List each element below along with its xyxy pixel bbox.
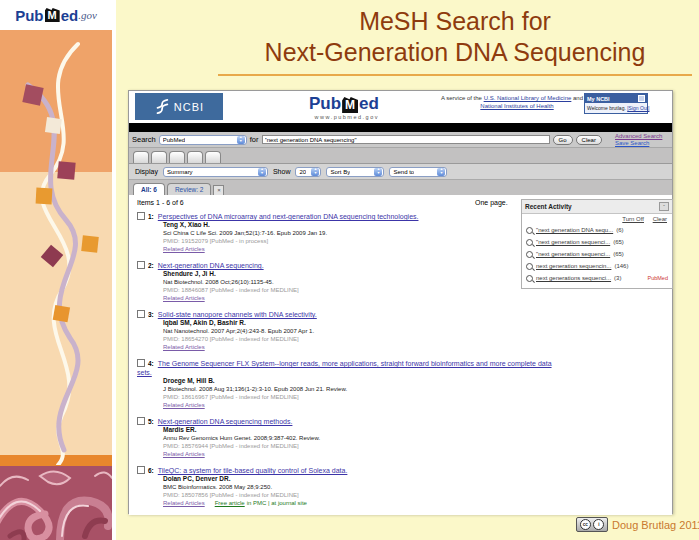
display-format-dropdown[interactable]: Summary ▲▼: [163, 167, 268, 177]
result-checkbox[interactable]: [137, 212, 145, 220]
sort-by-dropdown[interactable]: Sort By ▲▼: [326, 167, 384, 177]
dropdown-arrows-icon: ▲▼: [374, 168, 382, 176]
result-number: 1:: [148, 213, 154, 220]
collapse-icon[interactable]: -: [659, 202, 669, 211]
my-ncbi-icon[interactable]: [638, 95, 645, 102]
feature-tab[interactable]: [133, 151, 149, 163]
result-item: 3:Solid-state nanopore channels with DNA…: [137, 310, 664, 351]
recent-query-count: (65): [613, 239, 624, 245]
search-input[interactable]: [262, 135, 550, 144]
database-scope-dropdown[interactable]: PubMed ▲▼: [159, 135, 247, 145]
result-pmid: PMID: 18576944 [PubMed - indexed for MED…: [137, 442, 664, 450]
sign-out-link[interactable]: [Sign Out]: [627, 105, 649, 111]
result-number: 2:: [148, 262, 154, 269]
feature-tab[interactable]: [205, 151, 221, 163]
related-articles-link[interactable]: Related Articles: [163, 499, 205, 507]
page-count: One page.: [475, 199, 508, 206]
search-icon: [526, 275, 533, 282]
nlm-link[interactable]: U.S. National Library of Medicine: [484, 95, 572, 101]
my-ncbi-title: My NCBI: [587, 96, 610, 102]
service-note: A service of the U.S. National Library o…: [437, 95, 597, 110]
result-citation: BMC Bioinformatics. 2008 May 28;9:250.: [137, 483, 664, 491]
result-authors: Droege M, Hill B.: [137, 377, 664, 385]
dropdown-arrows-icon: ▲▼: [311, 168, 319, 176]
result-pmid: PMID: 18507856 [PubMed - indexed for MED…: [137, 491, 664, 499]
result-checkbox[interactable]: [137, 466, 145, 474]
decorative-sidebar: [0, 30, 112, 540]
recent-activity-item: "next generation sequenci... (65): [526, 248, 668, 260]
clear-button[interactable]: Clear: [576, 135, 602, 145]
recent-activity-item: next generation sequencin... (146): [526, 260, 668, 272]
result-item: 5:Next-generation DNA sequencing methods…: [137, 417, 664, 458]
result-citation: Nat Nanotechnol. 2007 Apr;2(4):243-8. Ep…: [137, 327, 664, 335]
my-ncbi-panel: My NCBI Welcome brutlag. [Sign Out]: [584, 93, 648, 114]
result-title-link[interactable]: The Genome Sequencer FLX System--longer …: [137, 360, 552, 376]
filter-tabs: All: 6 Review: 2 ×: [129, 180, 672, 195]
title-line-2: Next-Generation DNA Sequencing: [218, 37, 692, 68]
slide-title: MeSH Search for Next-Generation DNA Sequ…: [218, 6, 692, 76]
search-label: Search: [132, 135, 156, 144]
turn-off-link[interactable]: Turn Off: [622, 216, 644, 222]
nih-link[interactable]: National Institutes of Health: [480, 103, 553, 109]
result-checkbox[interactable]: [137, 261, 145, 269]
result-checkbox[interactable]: [137, 359, 145, 367]
free-article-link[interactable]: Free article: [215, 500, 245, 506]
ncbi-helix-icon: [154, 96, 170, 118]
feature-tab[interactable]: [151, 151, 167, 163]
filter-tab-review[interactable]: Review: 2: [167, 183, 212, 195]
recent-query-link[interactable]: "next generation sequenci...: [536, 251, 610, 257]
pubmed-header: NCBI PubMed www.pubmed.gov A service of …: [129, 91, 672, 123]
database-nav-bar: [129, 123, 672, 132]
recent-query-link[interactable]: next generations sequenci...: [536, 275, 611, 281]
pubmed-screenshot: NCBI PubMed www.pubmed.gov A service of …: [128, 90, 673, 514]
result-checkbox[interactable]: [137, 417, 145, 425]
result-title-link[interactable]: Perspectives of DNA microarray and next-…: [158, 213, 419, 220]
related-articles-link[interactable]: Related Articles: [163, 343, 205, 351]
advanced-search-link[interactable]: Advanced Search: [615, 133, 662, 140]
recent-query-link[interactable]: "next generation DNA sequ...: [536, 227, 613, 233]
free-article-sources: in PMC | at journal site: [247, 500, 307, 506]
recent-query-count: (65): [613, 251, 624, 257]
pubmed-url: www.pubmed.gov: [309, 114, 379, 120]
title-line-1: MeSH Search for: [218, 6, 692, 37]
recent-query-count: (146): [614, 263, 628, 269]
related-articles-link[interactable]: Related Articles: [163, 401, 205, 409]
search-icon: [526, 251, 533, 258]
clear-link[interactable]: Clear: [653, 216, 667, 222]
send-to-dropdown[interactable]: Send to ▲▼: [389, 167, 447, 177]
items-count: Items 1 - 6 of 6: [137, 199, 184, 206]
result-title-link[interactable]: TileQC: a system for tile-based quality …: [158, 467, 348, 474]
dropdown-arrows-icon: ▲▼: [237, 136, 245, 144]
open-book-icon: M: [45, 8, 60, 22]
recent-query-link[interactable]: "next generation sequenci...: [536, 239, 610, 245]
recent-query-link[interactable]: next generation sequencin...: [536, 263, 611, 269]
result-authors: Dolan PC, Denver DR.: [137, 475, 664, 483]
dropdown-arrows-icon: ▲▼: [437, 168, 445, 176]
result-citation: J Biotechnol. 2008 Aug 31;136(1-2):3-10.…: [137, 385, 664, 393]
welcome-text: Welcome brutlag.: [587, 105, 626, 111]
result-title-link[interactable]: Next-generation DNA sequencing.: [158, 262, 264, 269]
show-label: Show: [273, 168, 291, 175]
result-authors: Mardis ER.: [137, 426, 664, 434]
ncbi-logo[interactable]: NCBI: [135, 93, 223, 120]
related-articles-link[interactable]: Related Articles: [163, 245, 205, 253]
show-count-dropdown[interactable]: 20 ▲▼: [295, 167, 321, 177]
feature-tab[interactable]: [187, 151, 203, 163]
result-number: 4:: [148, 360, 154, 367]
search-icon: [526, 227, 533, 234]
filter-tab-all[interactable]: All: 6: [133, 183, 165, 195]
result-title-link[interactable]: Next-generation DNA sequencing methods.: [158, 418, 293, 425]
related-articles-link[interactable]: Related Articles: [163, 450, 205, 458]
save-search-link[interactable]: Save Search: [615, 140, 662, 147]
result-title-link[interactable]: Solid-state nanopore channels with DNA s…: [158, 311, 317, 318]
go-button[interactable]: Go: [553, 135, 573, 145]
recent-activity-item: next generations sequenci... (3) PubMed: [526, 272, 668, 284]
recent-activity-item: "next generation DNA sequ... (6): [526, 224, 668, 236]
recent-activity-title: Recent Activity: [525, 203, 572, 210]
result-checkbox[interactable]: [137, 310, 145, 318]
related-articles-link[interactable]: Related Articles: [163, 294, 205, 302]
feature-tab[interactable]: [169, 151, 185, 163]
logo-gov-text: .gov: [78, 9, 97, 21]
result-item: 6:TileQC: a system for tile-based qualit…: [137, 466, 664, 507]
pubmed-logo: PubMed www.pubmed.gov: [309, 94, 379, 120]
